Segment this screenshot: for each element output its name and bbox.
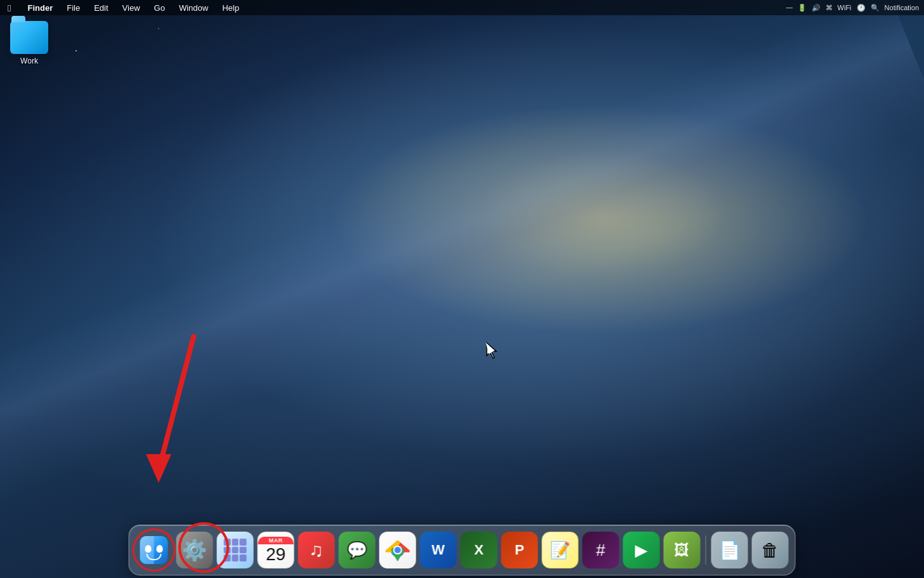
- dock-item-preview[interactable]: 🖼: [664, 532, 701, 568]
- dock-item-launchpad[interactable]: [217, 532, 254, 568]
- app-name-menu[interactable]: Finder: [25, 3, 55, 13]
- slack-icon: #: [596, 541, 605, 560]
- go-menu[interactable]: Go: [152, 3, 168, 13]
- dock-item-spotify[interactable]: ▶: [623, 532, 660, 568]
- dock-item-system-preferences[interactable]: ⚙️: [176, 532, 213, 568]
- dock-item-word[interactable]: W: [420, 532, 457, 568]
- powerpoint-icon: P: [515, 542, 524, 558]
- chrome-icon: [386, 538, 410, 562]
- trash-icon: 🗑: [762, 540, 779, 561]
- view-menu[interactable]: View: [120, 3, 143, 13]
- calendar-icon: MAR 29: [258, 537, 294, 563]
- bluetooth-icon[interactable]: ⌘: [826, 4, 833, 12]
- desktop-background: [0, 0, 924, 578]
- window-menu[interactable]: Window: [176, 3, 211, 13]
- dock-item-notes[interactable]: 📝: [542, 532, 579, 568]
- svg-point-76: [395, 547, 401, 553]
- datetime-display: Notification: [885, 4, 919, 11]
- dock-item-excel[interactable]: X: [461, 532, 498, 568]
- finder-eye-left: [145, 545, 152, 553]
- battery-icon[interactable]: 🔋: [798, 4, 807, 12]
- dock-separator: [706, 535, 706, 565]
- dock-item-messages[interactable]: 💬: [339, 532, 376, 568]
- finder-face-icon: [140, 536, 168, 564]
- desktop-folder-work[interactable]: Work: [5, 21, 53, 65]
- menubar:  Finder File Edit View Go Window Help ⸻…: [0, 0, 924, 15]
- dock-item-chrome[interactable]: [380, 532, 416, 568]
- apple-menu[interactable]: : [5, 3, 13, 13]
- help-menu[interactable]: Help: [220, 3, 242, 13]
- calendar-month: MAR: [258, 537, 294, 544]
- dock: ⚙️ MAR 29 ♫ 💬: [129, 525, 796, 575]
- spotify-icon: ▶: [635, 541, 648, 560]
- launchpad-icon: [224, 539, 247, 561]
- preview-icon: 🖼: [675, 541, 690, 559]
- system-prefs-icon: ⚙️: [182, 538, 208, 562]
- menubar-right: ⸻ 🔋 🔊 ⌘ WiFi 🕐 🔍 Notification: [786, 4, 919, 12]
- dock-item-slack[interactable]: #: [583, 532, 619, 568]
- edit-menu[interactable]: Edit: [91, 3, 110, 13]
- folder-icon: [10, 21, 48, 54]
- dropbox-icon[interactable]: ⸻: [786, 4, 793, 11]
- finder-smile: [147, 554, 162, 560]
- calendar-date: 29: [266, 546, 286, 563]
- finder-eye-right: [157, 545, 163, 553]
- word-icon: W: [432, 542, 445, 558]
- excel-icon: X: [474, 542, 484, 558]
- clock-icon[interactable]: 🕐: [857, 4, 866, 12]
- dock-item-calendar[interactable]: MAR 29: [258, 532, 294, 568]
- file-menu[interactable]: File: [64, 3, 82, 13]
- notes-icon: 📝: [550, 541, 571, 560]
- dock-item-finder[interactable]: [136, 532, 173, 568]
- dock-item-trash[interactable]: 🗑: [752, 532, 789, 568]
- wifi-icon[interactable]: WiFi: [838, 4, 852, 11]
- dock-item-music[interactable]: ♫: [298, 532, 335, 568]
- music-icon: ♫: [309, 539, 324, 561]
- menubar-left:  Finder File Edit View Go Window Help: [5, 3, 242, 13]
- search-icon[interactable]: 🔍: [871, 4, 880, 12]
- files-icon: 📄: [718, 540, 741, 561]
- dock-item-files[interactable]: 📄: [711, 532, 748, 568]
- volume-icon[interactable]: 🔊: [812, 4, 821, 12]
- messages-icon: 💬: [347, 541, 367, 560]
- dock-item-powerpoint[interactable]: P: [501, 532, 538, 568]
- folder-label: Work: [20, 57, 38, 65]
